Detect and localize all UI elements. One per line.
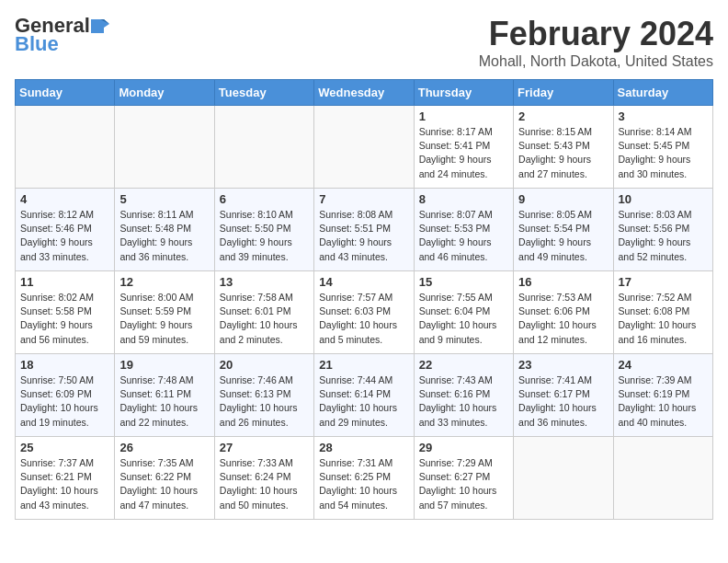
calendar-cell: 15Sunrise: 7:55 AMSunset: 6:04 PMDayligh… <box>414 271 513 354</box>
calendar-cell <box>314 106 414 189</box>
day-info: Sunrise: 7:35 AMSunset: 6:22 PMDaylight:… <box>119 456 209 512</box>
calendar-cell: 8Sunrise: 8:07 AMSunset: 5:53 PMDaylight… <box>414 189 513 271</box>
week-row-3: 11Sunrise: 8:02 AMSunset: 5:58 PMDayligh… <box>16 271 713 354</box>
logo: General Blue <box>15 15 109 55</box>
day-number: 17 <box>619 275 708 289</box>
calendar-cell: 24Sunrise: 7:39 AMSunset: 6:19 PMDayligh… <box>613 354 712 437</box>
week-row-4: 18Sunrise: 7:50 AMSunset: 6:09 PMDayligh… <box>16 354 713 437</box>
calendar-cell <box>16 106 115 189</box>
day-number: 8 <box>419 192 508 206</box>
calendar-cell: 7Sunrise: 8:08 AMSunset: 5:51 PMDaylight… <box>314 189 414 271</box>
calendar-cell <box>115 106 214 189</box>
week-row-1: 1Sunrise: 8:17 AMSunset: 5:41 PMDaylight… <box>16 106 713 189</box>
logo-bird-icon <box>91 15 109 33</box>
calendar-cell <box>514 437 613 520</box>
calendar-cell <box>613 437 712 520</box>
day-number: 20 <box>220 358 309 372</box>
calendar-cell: 22Sunrise: 7:43 AMSunset: 6:16 PMDayligh… <box>414 354 513 437</box>
day-info: Sunrise: 7:39 AMSunset: 6:19 PMDaylight:… <box>619 373 708 430</box>
day-info: Sunrise: 7:29 AMSunset: 6:27 PMDaylight:… <box>419 456 508 512</box>
day-info: Sunrise: 7:58 AMSunset: 6:01 PMDaylight:… <box>220 291 309 347</box>
day-info: Sunrise: 8:07 AMSunset: 5:53 PMDaylight:… <box>419 208 508 264</box>
calendar-cell: 18Sunrise: 7:50 AMSunset: 6:09 PMDayligh… <box>16 354 115 437</box>
page-header: General Blue February 2024 Mohall, North… <box>15 15 713 70</box>
day-info: Sunrise: 7:50 AMSunset: 6:09 PMDaylight:… <box>20 373 109 430</box>
calendar-cell: 6Sunrise: 8:10 AMSunset: 5:50 PMDaylight… <box>214 189 313 271</box>
day-info: Sunrise: 8:03 AMSunset: 5:56 PMDaylight:… <box>619 208 708 264</box>
header-friday: Friday <box>514 80 613 106</box>
day-info: Sunrise: 8:10 AMSunset: 5:50 PMDaylight:… <box>220 208 309 264</box>
day-number: 1 <box>419 109 508 123</box>
calendar-cell: 12Sunrise: 8:00 AMSunset: 5:59 PMDayligh… <box>115 271 214 354</box>
calendar-cell: 5Sunrise: 8:11 AMSunset: 5:48 PMDaylight… <box>115 189 214 271</box>
day-number: 29 <box>419 441 508 454</box>
day-info: Sunrise: 8:11 AMSunset: 5:48 PMDaylight:… <box>119 208 209 264</box>
day-info: Sunrise: 7:55 AMSunset: 6:04 PMDaylight:… <box>419 291 508 347</box>
day-info: Sunrise: 7:44 AMSunset: 6:14 PMDaylight:… <box>319 373 408 430</box>
calendar-table: SundayMondayTuesdayWednesdayThursdayFrid… <box>15 79 713 520</box>
day-info: Sunrise: 7:52 AMSunset: 6:08 PMDaylight:… <box>619 291 708 347</box>
header-wednesday: Wednesday <box>314 80 414 106</box>
day-number: 24 <box>619 358 708 372</box>
day-info: Sunrise: 7:37 AMSunset: 6:21 PMDaylight:… <box>20 456 109 512</box>
logo-text-blue: Blue <box>15 33 59 55</box>
day-info: Sunrise: 8:14 AMSunset: 5:45 PMDaylight:… <box>619 125 708 181</box>
day-number: 18 <box>20 358 109 372</box>
calendar-cell: 13Sunrise: 7:58 AMSunset: 6:01 PMDayligh… <box>214 271 313 354</box>
day-info: Sunrise: 7:46 AMSunset: 6:13 PMDaylight:… <box>220 373 309 430</box>
day-info: Sunrise: 7:53 AMSunset: 6:06 PMDaylight:… <box>518 291 608 347</box>
location-subtitle: Mohall, North Dakota, United States <box>479 53 713 70</box>
day-number: 3 <box>619 109 708 123</box>
day-number: 23 <box>518 358 608 372</box>
day-info: Sunrise: 8:05 AMSunset: 5:54 PMDaylight:… <box>518 208 608 264</box>
calendar-cell: 4Sunrise: 8:12 AMSunset: 5:46 PMDaylight… <box>16 189 115 271</box>
day-number: 21 <box>319 358 408 372</box>
calendar-cell: 23Sunrise: 7:41 AMSunset: 6:17 PMDayligh… <box>514 354 613 437</box>
day-number: 16 <box>518 275 608 289</box>
day-info: Sunrise: 7:31 AMSunset: 6:25 PMDaylight:… <box>319 456 408 512</box>
header-saturday: Saturday <box>613 80 712 106</box>
calendar-cell: 26Sunrise: 7:35 AMSunset: 6:22 PMDayligh… <box>115 437 214 520</box>
day-info: Sunrise: 8:02 AMSunset: 5:58 PMDaylight:… <box>20 291 109 347</box>
month-year-title: February 2024 <box>479 15 713 53</box>
calendar-cell: 2Sunrise: 8:15 AMSunset: 5:43 PMDaylight… <box>514 106 613 189</box>
calendar-cell <box>214 106 313 189</box>
week-row-2: 4Sunrise: 8:12 AMSunset: 5:46 PMDaylight… <box>16 189 713 271</box>
calendar-cell: 28Sunrise: 7:31 AMSunset: 6:25 PMDayligh… <box>314 437 414 520</box>
day-info: Sunrise: 8:00 AMSunset: 5:59 PMDaylight:… <box>119 291 209 347</box>
day-number: 14 <box>319 275 408 289</box>
calendar-header-row: SundayMondayTuesdayWednesdayThursdayFrid… <box>16 80 713 106</box>
day-info: Sunrise: 7:57 AMSunset: 6:03 PMDaylight:… <box>319 291 408 347</box>
day-number: 25 <box>20 441 109 454</box>
calendar-title-section: February 2024 Mohall, North Dakota, Unit… <box>479 15 713 70</box>
day-number: 26 <box>119 441 209 454</box>
calendar-cell: 14Sunrise: 7:57 AMSunset: 6:03 PMDayligh… <box>314 271 414 354</box>
day-number: 9 <box>518 192 608 206</box>
day-number: 4 <box>20 192 109 206</box>
calendar-cell: 10Sunrise: 8:03 AMSunset: 5:56 PMDayligh… <box>613 189 712 271</box>
calendar-cell: 20Sunrise: 7:46 AMSunset: 6:13 PMDayligh… <box>214 354 313 437</box>
day-number: 6 <box>220 192 309 206</box>
calendar-cell: 11Sunrise: 8:02 AMSunset: 5:58 PMDayligh… <box>16 271 115 354</box>
calendar-cell: 3Sunrise: 8:14 AMSunset: 5:45 PMDaylight… <box>613 106 712 189</box>
week-row-5: 25Sunrise: 7:37 AMSunset: 6:21 PMDayligh… <box>16 437 713 520</box>
day-number: 10 <box>619 192 708 206</box>
calendar-cell: 21Sunrise: 7:44 AMSunset: 6:14 PMDayligh… <box>314 354 414 437</box>
calendar-cell: 25Sunrise: 7:37 AMSunset: 6:21 PMDayligh… <box>16 437 115 520</box>
day-number: 28 <box>319 441 408 454</box>
day-info: Sunrise: 8:08 AMSunset: 5:51 PMDaylight:… <box>319 208 408 264</box>
calendar-cell: 1Sunrise: 8:17 AMSunset: 5:41 PMDaylight… <box>414 106 513 189</box>
day-number: 19 <box>119 358 209 372</box>
day-number: 27 <box>220 441 309 454</box>
day-number: 15 <box>419 275 508 289</box>
header-tuesday: Tuesday <box>214 80 313 106</box>
calendar-cell: 19Sunrise: 7:48 AMSunset: 6:11 PMDayligh… <box>115 354 214 437</box>
day-number: 11 <box>20 275 109 289</box>
day-info: Sunrise: 7:43 AMSunset: 6:16 PMDaylight:… <box>419 373 508 430</box>
calendar-cell: 9Sunrise: 8:05 AMSunset: 5:54 PMDaylight… <box>514 189 613 271</box>
svg-marker-0 <box>91 19 109 33</box>
day-number: 7 <box>319 192 408 206</box>
calendar-cell: 17Sunrise: 7:52 AMSunset: 6:08 PMDayligh… <box>613 271 712 354</box>
day-number: 12 <box>119 275 209 289</box>
day-number: 5 <box>119 192 209 206</box>
